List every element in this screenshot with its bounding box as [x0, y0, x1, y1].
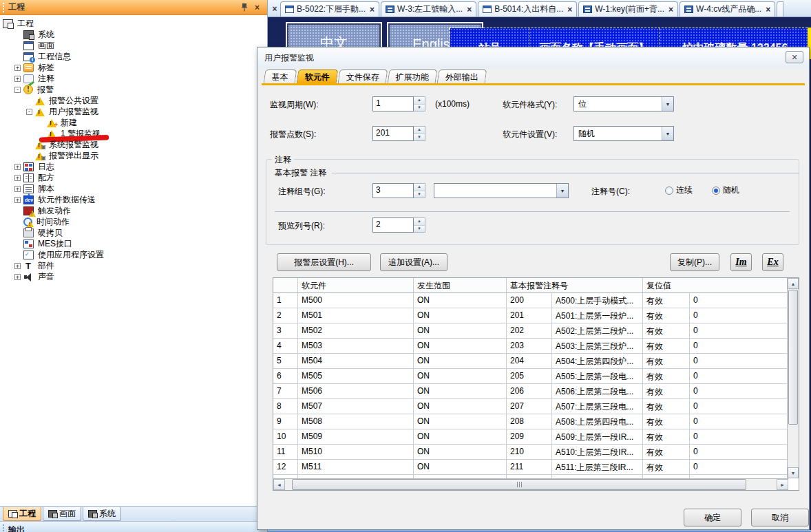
vertical-scrollbar-thumb[interactable]: [788, 290, 798, 425]
chevron-down-icon[interactable]: ▼: [556, 184, 568, 198]
spin-up-icon[interactable]: ▲: [414, 97, 425, 105]
tree-item-系统[interactable]: 系统: [0, 29, 267, 40]
spin-down-icon[interactable]: ▼: [414, 226, 425, 233]
expand-toggle-icon[interactable]: +: [14, 263, 21, 269]
table-row[interactable]: 9M508ON208A508:上层第四段电...有效0: [273, 414, 799, 429]
expand-toggle-icon[interactable]: +: [14, 164, 21, 170]
expand-toggle-icon[interactable]: +: [14, 65, 21, 71]
expand-toggle-icon[interactable]: +: [14, 175, 21, 181]
table-row[interactable]: 1M500ON200A500:上层手动模式...有效0: [273, 293, 799, 308]
horizontal-scrollbar-thumb[interactable]: [292, 479, 746, 490]
spin-up-icon[interactable]: ▲: [414, 184, 425, 191]
tree-item-声音[interactable]: +声音: [0, 271, 267, 282]
tree-item-用户报警监视[interactable]: -用户报警监视: [0, 106, 267, 117]
dialog-titlebar[interactable]: 用户报警监视: [257, 47, 809, 68]
dialog-close-button[interactable]: ✕: [786, 51, 803, 63]
spin-up-icon[interactable]: ▲: [414, 218, 425, 226]
table-row[interactable]: 3M502ON202A502:上层第二段炉...有效0: [273, 323, 799, 339]
tree-item-新建[interactable]: +新建: [0, 117, 267, 128]
expand-toggle-icon[interactable]: +: [14, 197, 21, 203]
comment-group-dropdown[interactable]: ▼: [434, 183, 569, 198]
close-icon[interactable]: ×: [252, 2, 262, 12]
chevron-down-icon[interactable]: ▼: [662, 127, 673, 140]
document-tab-B-5014[interactable]: B-5014:入出料自...×: [478, 1, 577, 17]
radio-selected-icon[interactable]: [712, 187, 720, 195]
expand-toggle-icon[interactable]: +: [14, 186, 21, 192]
document-tab-W-1[interactable]: W-1:key(前面+背...×: [578, 1, 678, 17]
table-row[interactable]: 6M505ON205A505:上层第一段电...有效0: [273, 369, 799, 384]
document-tab-B-5022[interactable]: B-5022:下層手動...×: [280, 1, 379, 17]
close-icon[interactable]: ×: [467, 5, 472, 14]
comment-group-no-spinner[interactable]: 3 ▲▼: [372, 183, 425, 198]
tree-item-报警弹出显示[interactable]: ▣报警弹出显示: [0, 150, 267, 161]
table-row[interactable]: 7M506ON206A506:上层第二段电...有效0: [273, 384, 799, 399]
horizontal-scrollbar[interactable]: ◄ ►: [273, 478, 788, 490]
vertical-scrollbar[interactable]: ▲ ▼: [787, 278, 799, 478]
scroll-down-icon[interactable]: ▼: [788, 467, 799, 478]
tree-item-时间动作[interactable]: 时间动作: [0, 216, 267, 227]
table-row[interactable]: 2M501ON201A501:上层第一段炉...有效0: [273, 308, 799, 323]
spin-down-icon[interactable]: ▼: [414, 191, 425, 198]
scroll-left-icon[interactable]: ◄: [273, 479, 285, 490]
radio-continuous[interactable]: 连续: [665, 184, 693, 196]
tree-item-系统报警监视[interactable]: ▣系统报警监视: [0, 139, 267, 150]
tree-item-注释[interactable]: +注释: [0, 73, 267, 84]
close-icon[interactable]: ×: [567, 5, 572, 14]
tree-item-软元件数据传送[interactable]: +软元件数据传送: [0, 194, 267, 205]
tree-item-使用应用程序设置[interactable]: 使用应用程序设置: [0, 249, 267, 260]
spin-down-icon[interactable]: ▼: [414, 105, 425, 111]
preview-col-spinner[interactable]: 2 ▲▼: [372, 217, 425, 233]
scroll-up-icon[interactable]: ▲: [788, 278, 799, 289]
project-panel-titlebar[interactable]: 工程 ×: [0, 0, 267, 15]
import-button[interactable]: Im: [730, 253, 752, 271]
dialog-tab-基本[interactable]: 基本: [264, 70, 297, 83]
cancel-button[interactable]: 取消: [751, 509, 809, 526]
document-tab-W-3[interactable]: W-3:左工號輸入...×: [381, 1, 476, 17]
tree-item-工程[interactable]: 工程: [0, 18, 267, 29]
tree-item-报警公共设置[interactable]: 报警公共设置: [0, 95, 267, 106]
comment-group-no-value[interactable]: 3: [372, 183, 414, 198]
alarm-layer-button[interactable]: 报警层设置(H)...: [277, 253, 371, 271]
tree-item-1 警报监视[interactable]: 1 警报监视: [0, 128, 267, 139]
dialog-tab-文件保存[interactable]: 文件保存: [338, 70, 388, 83]
scroll-right-icon[interactable]: ►: [777, 479, 788, 490]
points-spinner[interactable]: 201 ▲▼: [372, 126, 425, 141]
tree-item-画面[interactable]: 画面: [0, 40, 267, 51]
close-icon[interactable]: ×: [269, 2, 280, 16]
radio-icon[interactable]: [665, 187, 673, 195]
dialog-tab-软元件[interactable]: 软元件: [297, 70, 339, 83]
ok-button[interactable]: 确定: [684, 509, 741, 526]
panel-tab-画面[interactable]: 画面: [43, 507, 81, 521]
expand-toggle-icon[interactable]: +: [14, 274, 21, 280]
export-button[interactable]: Ex: [762, 253, 783, 271]
tree-item-触发动作[interactable]: 触发动作: [0, 205, 267, 216]
expand-toggle-icon[interactable]: -: [14, 87, 21, 93]
table-row[interactable]: 10M509ON209A509:上层第一段IR...有效0: [273, 429, 799, 445]
append-settings-button[interactable]: 追加设置(A)...: [380, 253, 447, 271]
table-row[interactable]: 12M511ON211A511:上层第三段IR...有效0: [273, 460, 799, 475]
tree-item-标签[interactable]: +标签: [0, 62, 267, 73]
close-icon[interactable]: ×: [370, 5, 375, 14]
tree-item-部件[interactable]: +部件: [0, 260, 267, 271]
panel-tab-工程[interactable]: 工程: [3, 507, 41, 521]
table-row[interactable]: 8M507ON207A507:上层第三段电...有效0: [273, 399, 799, 414]
copy-button[interactable]: 复制(P)...: [670, 253, 719, 271]
tree-item-日志[interactable]: +日志: [0, 161, 267, 172]
document-tab-W-4[interactable]: W-4:cv线产品确...×: [680, 1, 775, 17]
dialog-tab-扩展功能[interactable]: 扩展功能: [388, 70, 438, 83]
cycle-spinner[interactable]: 1 ▲▼: [372, 96, 425, 111]
tree-item-脚本[interactable]: +脚本: [0, 183, 267, 194]
panel-tab-系统[interactable]: 系统: [83, 507, 121, 521]
spin-up-icon[interactable]: ▲: [414, 127, 425, 134]
close-icon[interactable]: ×: [766, 5, 770, 14]
setting-dropdown[interactable]: 随机 ▼: [573, 126, 674, 141]
tree-item-硬拷贝[interactable]: 硬拷贝: [0, 227, 267, 238]
table-row[interactable]: 4M503ON203A503:上层第三段炉...有效0: [273, 339, 799, 354]
chevron-down-icon[interactable]: ▼: [662, 97, 673, 111]
tree-item-工程信息[interactable]: 工程信息: [0, 51, 267, 62]
tree-item-MES接口[interactable]: MES接口: [0, 238, 267, 249]
preview-col-value[interactable]: 2: [372, 217, 414, 233]
table-row[interactable]: 11M510ON210A510:上层第二段IR...有效0: [273, 445, 799, 460]
spin-down-icon[interactable]: ▼: [414, 134, 425, 141]
format-dropdown[interactable]: 位 ▼: [573, 96, 674, 111]
